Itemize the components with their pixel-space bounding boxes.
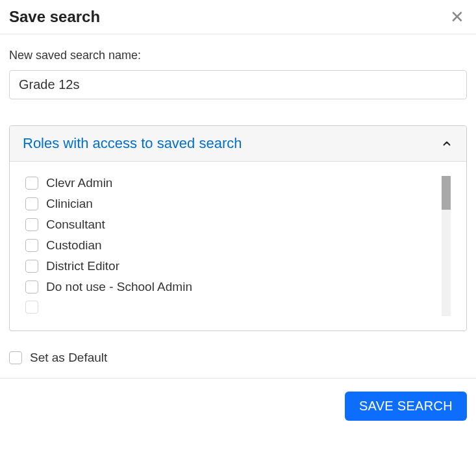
scrollbar-thumb[interactable] <box>442 176 451 210</box>
role-checkbox[interactable] <box>25 177 38 190</box>
role-checkbox[interactable] <box>25 260 38 273</box>
roles-list-container: Clevr Admin Clinician Consultant Custodi… <box>10 162 466 330</box>
role-label: Consultant <box>46 218 105 232</box>
list-item: Clevr Admin <box>25 176 451 190</box>
chevron-up-icon <box>440 137 453 150</box>
role-label: Clevr Admin <box>46 176 112 190</box>
modal-title: Save search <box>9 8 100 26</box>
set-default-label: Set as Default <box>30 351 107 365</box>
modal-header: Save search ✕ <box>0 0 476 34</box>
modal-footer: SAVE SEARCH <box>0 378 476 430</box>
role-checkbox[interactable] <box>25 197 38 210</box>
list-item: Clinician <box>25 197 451 211</box>
list-item: District Editor <box>25 259 451 273</box>
list-item: Consultant <box>25 218 451 232</box>
role-checkbox[interactable] <box>25 280 38 293</box>
roles-list: Clevr Admin Clinician Consultant Custodi… <box>25 176 451 318</box>
list-item <box>25 301 451 314</box>
list-item: Custodian <box>25 238 451 253</box>
accordion-title: Roles with access to saved search <box>23 135 242 152</box>
role-checkbox[interactable] <box>25 218 38 231</box>
set-default-row: Set as Default <box>9 351 467 365</box>
role-checkbox[interactable] <box>25 301 38 314</box>
accordion-header[interactable]: Roles with access to saved search <box>10 126 466 162</box>
role-label: Clinician <box>46 197 93 211</box>
scrollbar[interactable] <box>442 176 451 316</box>
list-item: Do not use - School Admin <box>25 280 451 294</box>
roles-accordion: Roles with access to saved search Clevr … <box>9 125 467 331</box>
role-label: Do not use - School Admin <box>46 280 192 294</box>
search-name-input[interactable] <box>9 70 467 99</box>
role-checkbox[interactable] <box>25 239 38 252</box>
role-label: District Editor <box>46 259 119 273</box>
search-name-label: New saved search name: <box>9 49 467 62</box>
modal-body: New saved search name: Roles with access… <box>0 34 476 378</box>
role-label: Custodian <box>46 238 102 253</box>
save-search-button[interactable]: SAVE SEARCH <box>345 392 467 421</box>
close-button[interactable]: ✕ <box>447 8 467 25</box>
close-icon: ✕ <box>450 7 464 27</box>
set-default-checkbox[interactable] <box>9 351 22 364</box>
